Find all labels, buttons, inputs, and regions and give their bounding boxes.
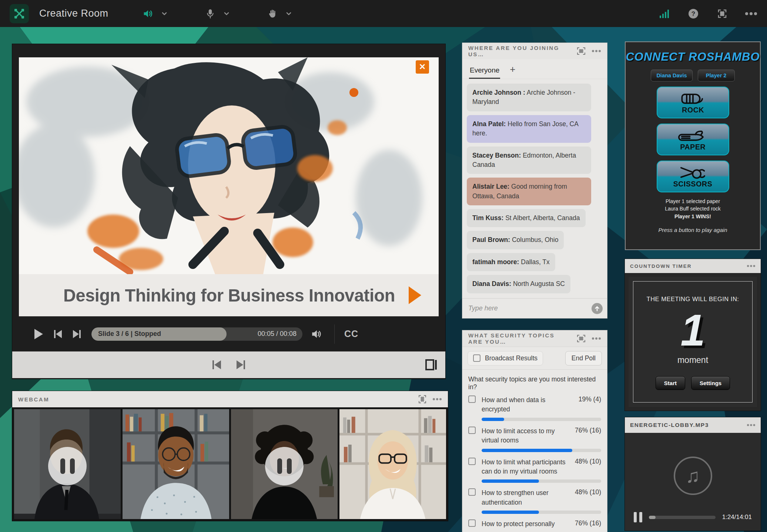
- webcam-menu-ellipsis-icon[interactable]: [432, 398, 442, 401]
- volume-icon[interactable]: [311, 329, 323, 339]
- chat-pod: WHERE ARE YOU JOINING US… Everyone + Arc…: [462, 43, 607, 318]
- chat-input-row: [462, 298, 607, 318]
- poll-option-result: 76% (16): [572, 427, 601, 445]
- chat-message: Paul Brown: Columbus, Ohio: [467, 231, 564, 249]
- chat-fullscreen-icon[interactable]: [577, 47, 586, 55]
- closed-captions-button[interactable]: CC: [344, 329, 358, 339]
- poll-option-checkbox[interactable]: [468, 458, 476, 465]
- close-share-button[interactable]: ✕: [416, 60, 429, 74]
- countdown-settings-button[interactable]: Settings: [691, 376, 730, 390]
- microphone-dropdown-chevron-icon[interactable]: [220, 7, 233, 20]
- webcam-tile-3[interactable]: [231, 409, 338, 519]
- speaker-dropdown-chevron-icon[interactable]: [158, 7, 171, 20]
- chat-message: fatimah moore: Dallas, Tx: [467, 253, 555, 271]
- slide-title-band: Design Thinking for Business Innovation: [19, 274, 439, 316]
- webcam-paused-overlay-icon[interactable]: [48, 447, 87, 485]
- poll-option-checkbox[interactable]: [468, 427, 476, 434]
- broadcast-results-toggle[interactable]: Broadcast Results: [468, 351, 543, 366]
- sync-next-button[interactable]: [235, 359, 247, 370]
- poll-option: How to strengthen user authentication 48…: [468, 488, 601, 514]
- webcam-pod-header: WEBCAM: [12, 391, 448, 407]
- poll-option-bar: [482, 449, 601, 452]
- countdown-start-button[interactable]: Start: [656, 376, 685, 390]
- roshambo-player2-button[interactable]: Player 2: [698, 70, 735, 81]
- poll-options-list: How and when data is encrypted 19% (4) H…: [462, 393, 607, 532]
- music-note-icon[interactable]: ♫: [674, 457, 712, 495]
- poll-option-label: How to protect personally: [482, 519, 555, 529]
- poll-pod-title: WHAT SECURITY TOPICS ARE YOU…: [468, 332, 571, 345]
- roshambo-game-pod: CONNECT ROSHAMBO Diana Davis Player 2 RO…: [625, 41, 761, 250]
- slide-next-arrow-icon[interactable]: [409, 286, 421, 304]
- microphone-control: [204, 7, 233, 20]
- broadcast-results-checkbox[interactable]: [473, 354, 480, 362]
- webcam-fullscreen-icon[interactable]: [418, 395, 426, 404]
- countdown-menu-ellipsis-icon[interactable]: [747, 265, 756, 267]
- roshambo-paper-button[interactable]: PAPER: [657, 124, 729, 155]
- poll-option-checkbox[interactable]: [468, 519, 476, 527]
- countdown-pod-header: COUNTDOWN TIMER: [625, 259, 761, 273]
- audio-pause-button[interactable]: [634, 512, 642, 522]
- scissors-hand-icon: [677, 165, 709, 181]
- webcam-tile-4[interactable]: [339, 409, 446, 519]
- share-pod-footer: [12, 351, 445, 378]
- audio-player-pod: ENERGETIC-LOBBY.MP3 ♫ 1:24/14:01: [625, 417, 761, 531]
- adobe-connect-logo[interactable]: [10, 4, 29, 23]
- countdown-timer-pod: COUNTDOWN TIMER THE MEETING WILL BEGIN I…: [625, 259, 761, 411]
- countdown-value: 1: [680, 306, 705, 354]
- audio-menu-ellipsis-icon[interactable]: [747, 424, 756, 427]
- countdown-pod-title: COUNTDOWN TIMER: [630, 263, 691, 269]
- poll-fullscreen-icon[interactable]: [577, 334, 586, 343]
- presenter-panel-toggle-icon[interactable]: [425, 359, 437, 370]
- paper-hand-icon: [677, 128, 709, 144]
- help-icon[interactable]: ?: [687, 7, 700, 20]
- roshambo-title: CONNECT ROSHAMBO: [626, 50, 760, 64]
- poll-option-result: 48% (10): [572, 458, 601, 477]
- menu-ellipsis-icon[interactable]: [745, 7, 757, 20]
- poll-menu-ellipsis-icon[interactable]: [592, 337, 601, 340]
- poll-option-label: How to limit what participants can do in…: [482, 458, 572, 477]
- audio-progress-bar[interactable]: [649, 516, 716, 519]
- poll-option-label: How and when data is encrypted: [482, 395, 575, 414]
- countdown-message: THE MEETING WILL BEGIN IN:: [647, 296, 739, 303]
- webcam-tile-2[interactable]: [123, 409, 229, 519]
- poll-option: How and when data is encrypted 19% (4): [468, 395, 601, 421]
- poll-option-checkbox[interactable]: [468, 488, 476, 496]
- chat-menu-ellipsis-icon[interactable]: [592, 50, 601, 53]
- roshambo-rock-button[interactable]: ROCK: [657, 87, 729, 118]
- end-poll-button[interactable]: End Poll: [565, 351, 602, 366]
- previous-slide-button[interactable]: [53, 329, 63, 339]
- chat-tab-everyone[interactable]: Everyone: [470, 66, 499, 79]
- participant-4-video: [339, 409, 446, 519]
- raise-hand-icon[interactable]: [266, 7, 279, 20]
- fullscreen-icon[interactable]: [716, 7, 729, 20]
- microphone-icon[interactable]: [204, 7, 217, 20]
- play-button[interactable]: [34, 329, 43, 340]
- participant-2-video: [123, 409, 229, 519]
- sync-previous-button[interactable]: [211, 359, 222, 370]
- scissors-label: SCISSORS: [673, 179, 713, 188]
- chat-message-list[interactable]: Archie Johnson : Archie Johnson - Maryla…: [462, 79, 607, 298]
- speaker-icon[interactable]: [142, 7, 154, 20]
- slide-progress-bar[interactable]: Slide 3 / 6 | Stopped 00:05 / 00:08: [91, 327, 302, 341]
- webcam-tile-1[interactable]: [14, 409, 121, 519]
- connection-status-icon[interactable]: [658, 7, 671, 20]
- raise-hand-dropdown-chevron-icon[interactable]: [282, 7, 295, 20]
- roshambo-player1-button[interactable]: Diana Davis: [651, 70, 692, 81]
- chat-send-button[interactable]: [592, 303, 603, 314]
- audio-pod-title: ENERGETIC-LOBBY.MP3: [630, 422, 709, 428]
- chat-pod-title: WHERE ARE YOU JOINING US…: [468, 45, 571, 57]
- presentation-slide: ✕ Design Thinking for Business Innovatio…: [19, 57, 439, 316]
- chat-message: Archie Johnson : Archie Johnson - Maryla…: [467, 84, 591, 111]
- next-slide-button[interactable]: [72, 329, 82, 339]
- chat-input[interactable]: [468, 304, 592, 312]
- roshambo-replay-hint: Press a button to play again: [626, 227, 760, 233]
- roshambo-scissors-button[interactable]: SCISSORS: [657, 161, 729, 192]
- chat-message: Alistair Lee: Good morning from Ottawa, …: [467, 178, 591, 205]
- poll-option-result: 76% (16): [572, 519, 601, 529]
- audio-controls: 1:24/14:01: [625, 512, 761, 522]
- chat-add-tab-button[interactable]: +: [510, 64, 515, 79]
- chat-message: Alna Patel: Hello from San Jose, CA here…: [467, 115, 591, 143]
- slide-progress-label: Slide 3 / 6 | Stopped: [98, 327, 161, 341]
- webcam-paused-overlay-icon[interactable]: [265, 447, 304, 485]
- poll-option-checkbox[interactable]: [468, 395, 476, 403]
